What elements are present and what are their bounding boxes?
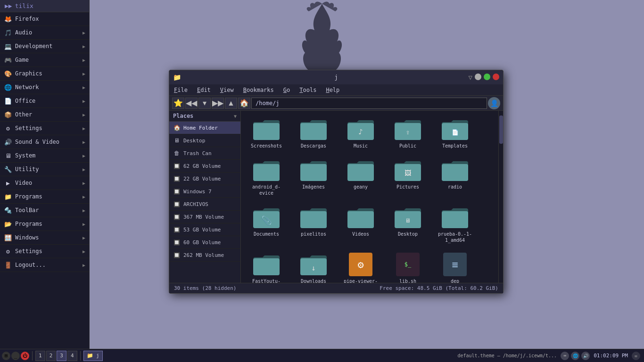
place-item-trash-can[interactable]: 🗑Trash Can [169,147,240,160]
menu-item-label: Video [15,180,32,186]
menu-item-icon: 🔩 [4,206,12,214]
file-item-videos[interactable]: Videos [339,203,382,246]
menu-item-sound-&-video[interactable]: 🔊 Sound & Video ▶ [0,135,89,149]
file-item-documents[interactable]: 📎 Documents [245,203,288,246]
menu-item-settings[interactable]: ⚙ Settings ▶ [0,245,89,258]
address-bar[interactable] [251,98,487,109]
place-item-60-gb-volume[interactable]: 🔲60 GB Volume [169,236,240,249]
workspace-3[interactable]: 3 [57,351,66,361]
menu-item-office[interactable]: 📄 Office ▶ [0,94,89,108]
place-item-home-folder[interactable]: 🏠Home Folder [169,122,240,134]
menu-item-logout...[interactable]: 🚪 Logout... ▶ [0,258,89,272]
workspace-2[interactable]: 2 [46,351,56,361]
menu-go[interactable]: Go [281,87,292,93]
files-area[interactable]: Screenshots Descargas ♪ Music ⇪ Public 📄… [241,111,498,283]
place-item-367-mb-volume[interactable]: 🔲367 MB Volume [169,211,240,223]
menu-item-programs[interactable]: 📂 Programs ▶ [0,217,89,231]
file-item-pipe-viewer-0-[interactable]: ⚙ pipe-viewer-0.- [339,250,382,283]
folder-icon-Screenshots [252,117,281,141]
place-item-windows-7[interactable]: 🔲Windows 7 [169,185,240,198]
user-avatar[interactable]: 👤 [488,97,500,109]
files-grid: Screenshots Descargas ♪ Music ⇪ Public 📄… [245,115,495,283]
file-item-imgenes[interactable]: Imágenes [292,156,335,199]
menu-tools[interactable]: Tools [297,87,318,93]
file-item-downloads[interactable]: ↓ Downloads [292,250,335,283]
history-button[interactable]: ▾ [198,98,211,109]
file-item-descargas[interactable]: Descargas [292,115,335,152]
menu-item-toolbar[interactable]: 🔩 ToolBar ▶ [0,204,89,217]
keyboard-icon[interactable]: ⌨ [561,352,569,360]
close-button[interactable] [493,74,499,80]
taskbar-apps-icon[interactable]: ⊞ [2,352,10,360]
menu-item-label: Settings [15,248,42,255]
file-item-prueba-0-1-1amd64[interactable]: prueba-0.-1-1_amd64 [433,203,477,246]
file-item-screenshots[interactable]: Screenshots [245,115,288,152]
submenu-arrow: ▶ [83,99,85,104]
file-item-libsh[interactable]: $_ lib.sh [386,250,429,283]
maximize-button[interactable] [484,74,490,80]
scrollbar-thumb[interactable] [499,115,503,144]
submenu-arrow: ▶ [83,222,85,227]
menu-item-video[interactable]: ▶ Video ▶ [0,176,89,190]
menu-item-programs[interactable]: 📁 Programs ▶ [0,190,89,204]
menu-item-development[interactable]: 💻 Development ▶ [0,40,89,53]
svg-text:📎: 📎 [261,215,272,226]
places-toggle[interactable]: ▼ [234,114,237,119]
network-icon[interactable]: 🌐 [571,352,579,360]
titlebar: 📁 j ▽ [169,70,503,84]
forward-button[interactable]: ▶▶ [212,98,224,109]
file-label: FastYoutu-beDownloa- [247,278,286,283]
file-item-public[interactable]: ⇪ Public [386,115,429,152]
audio-icon[interactable]: 🔊 [581,352,590,360]
workspace-1[interactable]: 1 [35,351,45,361]
menu-item-graphics[interactable]: 🎨 Graphics ▶ [0,67,89,81]
file-manager-body: Places ▼ 🏠Home Folder🖥Desktop🗑Trash Can🔲… [169,111,503,283]
menu-item-settings[interactable]: ⚙ Settings ▶ [0,122,89,135]
file-item-pixelitos[interactable]: pixelitos [292,203,335,246]
taskbar-minimize-icon[interactable]: _ [11,352,20,360]
file-item-geany[interactable]: geany [339,156,382,199]
menu-file[interactable]: File [172,87,190,93]
file-item-pictures[interactable]: 🖼 Pictures [386,156,429,199]
file-item-templates[interactable]: 📄 Templates [433,115,477,152]
menu-help[interactable]: Help [324,87,341,93]
home-button[interactable]: 🏠 [238,98,250,109]
menu-item-audio[interactable]: 🎵 Audio ▶ [0,26,89,40]
menu-item-firefox[interactable]: 🦊 Firefox [0,12,89,26]
place-item-262-mb-volume[interactable]: 🔲262 MB Volume [169,249,240,262]
file-item-fastyoutu-bedownloa-[interactable]: FastYoutu-beDownloa- [245,250,288,283]
bookmarks-button[interactable]: ⭐ [172,98,184,109]
place-item-22-gb-volume[interactable]: 🔲22 GB Volume [169,173,240,185]
folder-icon-Videos [347,206,375,229]
menu-item-utility[interactable]: 🔧 Utility ▶ [0,163,89,176]
up-button[interactable]: ▲ [225,98,237,109]
menu-item-icon: 🎨 [4,69,12,78]
scrollbar-track[interactable] [498,111,503,283]
menu-bookmarks[interactable]: Bookmarks [241,87,276,93]
file-item-dep[interactable]: ≡ dep [433,250,477,283]
place-item-archivos[interactable]: 🔲ARCHIVOS [169,198,240,211]
menu-item-windows[interactable]: 🪟 Windows ▶ [0,231,89,245]
mail-icon[interactable]: ✉ [632,352,640,360]
minimize-button[interactable] [475,74,481,80]
menu-item-system[interactable]: 🖥 System ▶ [0,149,89,163]
file-item-desktop[interactable]: 🖥 Desktop [386,203,429,246]
file-item-music[interactable]: ♪ Music [339,115,382,152]
place-item-62-gb-volume[interactable]: 🔲62 GB Volume [169,160,240,173]
file-item-androidd-evice[interactable]: android_d-evice [245,156,288,199]
menu-item-network[interactable]: 🌐 Network ▶ [0,81,89,94]
back-button[interactable]: ◀◀ [185,98,198,109]
taskbar-app-j[interactable]: 📁 j [83,351,103,361]
menu-edit[interactable]: Edit [195,87,213,93]
taskbar-power-icon[interactable]: ⏻ [21,352,29,360]
place-item-desktop[interactable]: 🖥Desktop [169,134,240,147]
menu-view[interactable]: View [218,87,236,93]
place-item-53-gb-volume[interactable]: 🔲53 GB Volume [169,223,240,236]
file-item-radio[interactable]: radio [433,156,477,199]
menu-item-other[interactable]: 📦 Other ▶ [0,108,89,122]
file-label: Public [399,143,416,149]
menu-item-game[interactable]: 🎮 Game ▶ [0,53,89,67]
svg-text:↓: ↓ [311,263,316,272]
workspace-4[interactable]: 4 [67,351,77,361]
menu-item-icon: 🎵 [4,28,12,37]
